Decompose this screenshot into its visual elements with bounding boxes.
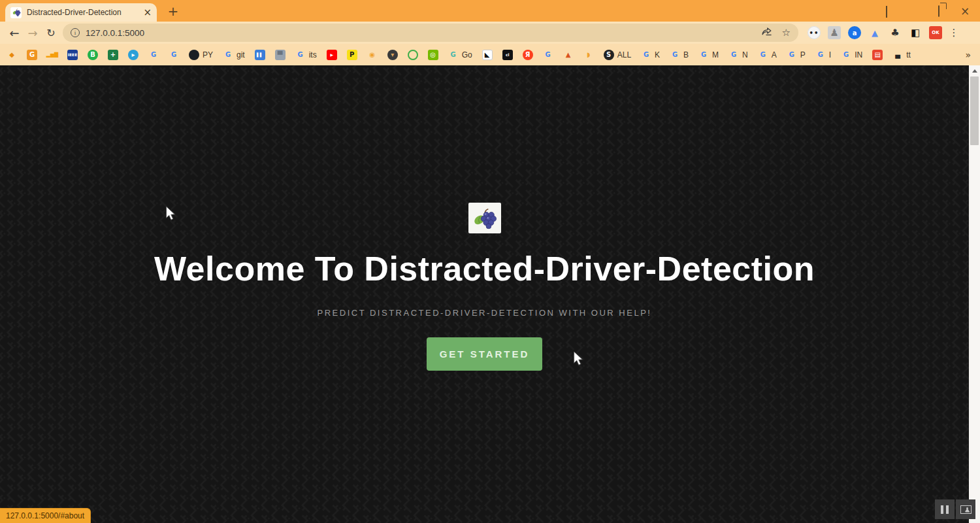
google-bookmark[interactable]: G (169, 50, 179, 60)
blue-banner-bookmark[interactable]: ▌▌ (255, 50, 265, 60)
bookmarks-overflow-chevron[interactable]: » (965, 50, 973, 60)
github-py-bookmark[interactable]: PY (189, 50, 213, 60)
scrollbar-thumb[interactable] (970, 76, 979, 145)
tab-search-chevron-icon[interactable] (881, 6, 892, 16)
google-n-icon: G (728, 50, 739, 60)
bookmark-label: git (237, 50, 245, 59)
blue-banner-icon: ▌▌ (255, 50, 265, 60)
grapes-favicon (10, 7, 22, 18)
matlab-bookmark[interactable]: ▲ (563, 50, 574, 60)
green-b-bookmark[interactable]: B (88, 50, 98, 60)
restore-button[interactable] (933, 6, 945, 16)
bookmark-label: PY (203, 50, 213, 59)
google-k-bookmark[interactable]: GK (641, 50, 660, 60)
share-icon[interactable] (761, 26, 773, 39)
bird-bookmark[interactable]: ◣ (482, 50, 493, 60)
google-in-bookmark[interactable]: GIN (841, 50, 862, 60)
puzzle-extensions-icon[interactable]: ♣ (889, 26, 902, 39)
yandex-icon: Я (523, 50, 533, 60)
bookmark-label: I (829, 50, 831, 59)
panda-extension-icon[interactable]: •• (808, 26, 821, 39)
telegram-icon: ▸ (128, 50, 139, 60)
person-extension-icon[interactable]: ♟ (828, 26, 841, 39)
page-subtitle: PREDICT DISTRACTED-DRIVER-DETECTION WITH… (318, 308, 652, 318)
histogram-extension-icon[interactable]: ▲ (868, 26, 881, 39)
new-tab-button[interactable]: + (165, 3, 182, 20)
briefcase-icon: ▀ (275, 50, 286, 60)
google-icon: G (169, 50, 179, 60)
tab-close-icon[interactable]: × (143, 8, 152, 18)
browser-tab[interactable]: Distracted-Driver-Detection × (5, 3, 157, 22)
hand-bookmark[interactable]: ◗ (583, 50, 594, 60)
okok-extension-icon[interactable]: OK (929, 26, 942, 39)
google-i-bookmark[interactable]: GI (815, 50, 831, 60)
cart-dark-bookmark[interactable]: ▾ (387, 50, 398, 60)
youtube-bookmark[interactable]: ▶ (327, 50, 337, 60)
picture-in-picture-icon (960, 505, 972, 514)
red-badge-bookmark[interactable]: ▤ (872, 50, 883, 60)
bus-tt-bookmark[interactable]: ▄tt (892, 50, 911, 60)
url-text[interactable]: 127.0.0.1:5000 (86, 28, 761, 38)
okok-icon: OK (929, 26, 942, 39)
camera-bookmark[interactable]: ◉ (367, 50, 378, 60)
page-scrollbar[interactable] (969, 65, 980, 523)
google-a-icon: G (758, 50, 768, 60)
bookmark-label: tt (906, 50, 911, 59)
yandex-bookmark[interactable]: Я (523, 50, 533, 60)
reload-button[interactable]: ↻ (42, 24, 60, 42)
youtube-icon: ▶ (327, 50, 337, 60)
back-button[interactable]: ← (5, 24, 24, 42)
site-info-icon[interactable]: i (71, 28, 80, 37)
google-p-bookmark[interactable]: GP (787, 50, 806, 60)
orange-box-bookmark[interactable]: G (27, 50, 37, 60)
briefcase-bookmark[interactable]: ▀ (275, 50, 286, 60)
telegram-bookmark[interactable]: ▸ (128, 50, 139, 60)
picture-in-picture-button[interactable] (956, 499, 975, 519)
google-icon: G (148, 50, 159, 60)
google-in-icon: G (841, 50, 851, 60)
go-teal-bookmark[interactable]: GGo (448, 50, 472, 60)
mouse-cursor (572, 352, 584, 366)
google-icon: G (543, 50, 553, 60)
bar-chart-bookmark[interactable]: ▂▅▇ (47, 50, 57, 60)
google-m-icon: G (698, 50, 709, 60)
google-bookmark[interactable]: G (543, 50, 553, 60)
close-window-button[interactable]: × (959, 5, 971, 18)
green-ring-bookmark[interactable] (408, 50, 418, 60)
cl-bookmark[interactable]: cl (502, 50, 513, 60)
cart-dark-icon: ▾ (387, 50, 398, 60)
a-circle-extension-icon[interactable]: a (848, 26, 861, 39)
a-circle-icon: a (848, 26, 861, 39)
google-n-bookmark[interactable]: GN (728, 50, 748, 60)
sheets-bookmark[interactable]: + (108, 50, 118, 60)
get-started-button[interactable]: GET STARTED (427, 337, 542, 371)
ieee-bookmark[interactable]: IEEE (67, 50, 78, 60)
window-controls: × (881, 0, 976, 22)
tab-title: Distracted-Driver-Detection (27, 8, 139, 17)
dark-reader-extension-icon[interactable]: ◧ (909, 26, 922, 39)
s-all-bookmark[interactable]: SALL (604, 50, 631, 60)
google-its-bookmark[interactable]: Gits (295, 50, 317, 60)
status-link-bubble: 127.0.0.1:5000/#about (0, 508, 91, 523)
google-bookmark[interactable]: G (148, 50, 159, 60)
google-b-bookmark[interactable]: GB (670, 50, 689, 60)
matlab-icon: ▲ (563, 50, 574, 60)
bookmark-star-icon[interactable]: ☆ (782, 27, 791, 39)
google-m-bookmark[interactable]: GM (698, 50, 719, 60)
chrome-menu-icon[interactable]: ⋮ (949, 27, 959, 39)
camera-icon: ◉ (367, 50, 378, 60)
google-a-bookmark[interactable]: GA (758, 50, 777, 60)
pause-button[interactable] (935, 499, 955, 519)
address-bar[interactable]: i 127.0.0.1:5000 ☆ (63, 24, 798, 42)
play-logo-icon: ◆ (7, 50, 17, 60)
cl-icon: cl (502, 50, 513, 60)
google-b-icon: G (670, 50, 680, 60)
scrollbar-up-arrow[interactable] (969, 65, 980, 76)
p-yellow-bookmark[interactable]: P (347, 50, 357, 60)
bookmark-label: ALL (617, 50, 631, 59)
play-logo-bookmark[interactable]: ◆ (7, 50, 17, 60)
nvidia-bookmark[interactable]: ◎ (428, 50, 438, 60)
google-git-bookmark[interactable]: Ggit (223, 50, 245, 60)
pause-icon (941, 505, 949, 514)
mouse-cursor (165, 207, 176, 221)
